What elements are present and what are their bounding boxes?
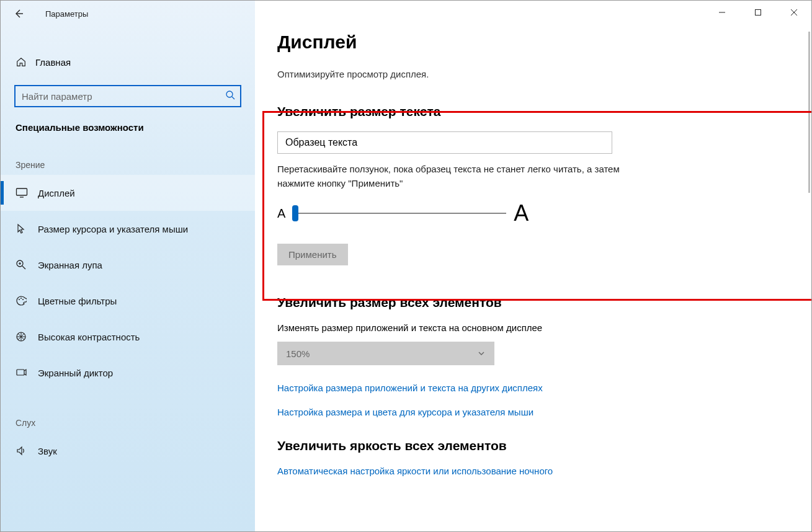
group-label-hearing: Слух [1,391,255,433]
sidebar-item-label: Экранная лупа [38,260,102,270]
svg-point-5 [226,91,233,97]
svg-line-10 [22,266,25,269]
sidebar-item-high-contrast[interactable]: Высокая контрастность [1,319,255,355]
sidebar-item-label: Цветные фильтры [38,296,117,306]
page-subhead: Оптимизируйте просмотр дисплея. [277,69,793,79]
category-heading: Специальные возможности [1,107,255,133]
sidebar-item-label: Размер курсора и указателя мыши [38,224,188,234]
text-size-hint: Перетаскивайте ползунок, пока образец те… [277,162,625,190]
display-icon [16,187,38,198]
group-label-vision: Зрение [1,133,255,175]
sidebar-item-sound[interactable]: Звук [1,433,255,469]
link-brightness-auto[interactable]: Автоматическая настройка яркости или исп… [277,466,793,476]
chevron-down-icon [477,349,486,358]
scrollbar[interactable] [808,32,810,193]
palette-icon [16,295,38,306]
apply-button[interactable]: Применить [277,244,348,265]
dropdown-value: 150% [286,348,310,359]
sidebar-item-display[interactable]: Дисплей [1,175,255,211]
sound-icon [16,445,38,456]
svg-point-15 [22,299,24,300]
cursor-icon [16,223,38,234]
search-wrap [14,85,241,107]
page-title: Дисплей [277,32,793,53]
titlebar: Параметры [1,1,255,27]
magnifier-icon [16,259,38,270]
text-size-slider[interactable] [293,206,506,221]
sidebar-item-narrator[interactable]: Экранный диктор [1,355,255,391]
svg-line-6 [232,97,234,99]
settings-window: Параметры Главная Специальные возможност… [0,0,812,532]
svg-point-14 [20,298,22,299]
narrator-icon [16,367,38,378]
sidebar-item-magnifier[interactable]: Экранная лупа [1,247,255,283]
scale-dropdown[interactable]: 150% [277,342,494,365]
sidebar-item-color-filters[interactable]: Цветные фильтры [1,283,255,319]
slider-max-label: A [514,200,529,226]
sidebar-item-label: Главная [35,57,71,68]
sidebar-item-label: Высокая контрастность [38,332,140,342]
text-size-slider-row: A A [277,200,793,226]
svg-point-13 [19,299,20,300]
search-icon [225,90,235,100]
scale-label: Изменять размер приложений и текста на о… [277,322,793,333]
svg-rect-7 [17,188,27,195]
section-heading-text-size: Увеличить размер текста [277,104,793,119]
sidebar-item-label: Экранный диктор [38,368,113,378]
sidebar-item-home[interactable]: Главная [1,50,255,74]
link-other-displays[interactable]: Настройка размера приложений и текста на… [277,383,793,393]
window-title: Параметры [45,9,88,19]
search-input[interactable] [14,85,241,107]
home-icon [16,56,35,68]
sidebar: Параметры Главная Специальные возможност… [1,1,255,531]
contrast-icon [16,331,38,342]
sidebar-item-label: Звук [38,446,57,456]
section-heading-everything: Увеличить размер всех элементов [277,295,793,310]
svg-rect-21 [17,370,24,375]
slider-min-label: A [277,206,285,221]
link-cursor-settings[interactable]: Настройка размера и цвета для курсора и … [277,407,793,417]
sidebar-item-label: Дисплей [38,188,75,198]
sidebar-item-cursor[interactable]: Размер курсора и указателя мыши [1,211,255,247]
section-heading-brightness: Увеличить яркость всех элементов [277,438,793,453]
sample-text-box: Образец текста [277,131,612,154]
main-content: Дисплей Оптимизируйте просмотр дисплея. … [255,1,811,531]
back-button[interactable] [13,8,25,19]
